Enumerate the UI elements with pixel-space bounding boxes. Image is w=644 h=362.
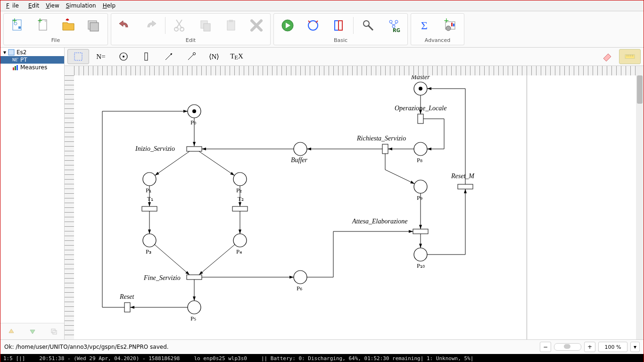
transition-T2[interactable] [232, 206, 248, 211]
svg-text:Richiesta_Servizio: Richiesta_Servizio [356, 135, 406, 142]
svg-text:P₆: P₆ [297, 285, 302, 292]
angle-tool[interactable]: ⟨N⟩ [203, 49, 225, 64]
inhibitor-arc-tool[interactable] [181, 49, 202, 64]
cut-button[interactable] [167, 15, 193, 36]
undo-button[interactable] [112, 15, 138, 36]
analysis2-button[interactable] [326, 15, 351, 36]
svg-text:P₄: P₄ [236, 248, 242, 255]
place-P1[interactable] [143, 173, 156, 186]
svg-rect-2 [18, 26, 21, 29]
sidebar-toolbar [0, 323, 64, 339]
transition-Fine_Servizio[interactable] [187, 275, 202, 280]
advanced-tool-button[interactable]: + [438, 15, 463, 36]
ruler-corner [65, 66, 74, 76]
tool-wrench-button[interactable] [355, 15, 381, 36]
place-P8[interactable] [414, 142, 427, 156]
statusbar: Ok: /home/user/UNITO/anno3/vpc/gspn/Es2.… [0, 339, 644, 354]
transition-Reset_M[interactable] [458, 184, 473, 189]
menu-edit[interactable]: Edit [25, 1, 42, 10]
tree-net[interactable]: NET PT [0, 56, 64, 64]
svg-rect-13 [229, 20, 233, 22]
project-tree[interactable]: ▾ Es2 NET PT Measures [0, 48, 64, 323]
transition-Richiesta_Servizio[interactable] [382, 144, 388, 154]
new-page-button[interactable]: + [30, 15, 56, 36]
svg-line-51 [199, 245, 235, 275]
svg-point-20 [395, 20, 398, 23]
transition-Operazione_Locale[interactable] [418, 114, 423, 123]
zoom-dropdown[interactable]: ▾ [630, 342, 640, 352]
svg-rect-11 [204, 24, 210, 31]
save-all-button[interactable] [81, 15, 107, 36]
tree-measures[interactable]: Measures [0, 64, 64, 71]
os-clock: 20:51:38 - (Wed 29 Apr, 04.2020) - 15881… [39, 355, 180, 362]
place-P3[interactable] [143, 234, 156, 247]
svg-text:P₂: P₂ [236, 187, 242, 194]
svg-point-25 [446, 26, 451, 31]
tex-tool[interactable]: TEX [226, 49, 248, 64]
new-net-button[interactable]: + [5, 15, 30, 36]
paste-button[interactable] [218, 15, 244, 36]
duplicate-button[interactable] [47, 326, 60, 337]
status-message: Ok: /home/user/UNITO/anno3/vpc/gspn/Es2.… [4, 344, 169, 350]
horizontal-ruler[interactable] [74, 66, 636, 76]
place-P9[interactable] [414, 180, 427, 193]
place-P5[interactable] [188, 301, 201, 314]
net-icon: NET [12, 57, 18, 63]
place-P4[interactable] [233, 234, 247, 247]
svg-rect-27 [451, 23, 453, 26]
delete-button[interactable] [244, 15, 269, 36]
zoom-out-button[interactable]: − [540, 342, 551, 352]
place-Buffer[interactable] [294, 142, 307, 156]
transition-Attesa_Elaborazione[interactable] [413, 229, 428, 234]
play-button[interactable] [275, 15, 300, 36]
menu-view[interactable]: View [43, 1, 62, 10]
open-button[interactable] [56, 15, 81, 36]
menu-simulation[interactable]: Simulation [63, 1, 99, 10]
svg-line-44 [155, 151, 190, 175]
svg-line-45 [199, 151, 234, 175]
place-tool[interactable] [113, 49, 134, 64]
svg-point-39 [123, 56, 124, 58]
svg-text:P₃: P₃ [146, 248, 151, 255]
collapse-icon[interactable]: ▾ [3, 49, 6, 56]
move-down-button[interactable] [26, 326, 39, 337]
canvas[interactable]: Inizio_ServizioT₁T₂Fine_ServizioResetOpe… [74, 75, 636, 339]
tree-root-label: Es2 [17, 49, 26, 56]
tree-root[interactable]: ▾ Es2 [0, 49, 64, 56]
zoom-slider[interactable] [554, 343, 581, 351]
rg-button[interactable]: RG [381, 15, 406, 36]
toolgroup-basic-label: Basic [334, 37, 347, 45]
svg-point-19 [389, 20, 392, 23]
transition-Inizio_Servizio[interactable] [187, 147, 202, 151]
svg-text:Reset_M: Reset_M [451, 173, 475, 180]
move-up-button[interactable] [5, 326, 18, 337]
zoom-in-button[interactable]: + [584, 342, 595, 352]
copy-button[interactable] [193, 15, 218, 36]
menu-file[interactable]: File [3, 1, 25, 10]
transition-T1[interactable] [142, 206, 157, 211]
redo-button[interactable] [138, 15, 163, 36]
transition-tool[interactable] [135, 49, 157, 64]
drawing-toolbar: N= ⟨N⟩ TEX [65, 48, 644, 66]
svg-text:+: + [444, 18, 449, 24]
transition-Reset[interactable] [124, 303, 130, 312]
svg-text:Attesa_Elaborazione: Attesa_Elaborazione [352, 218, 407, 225]
analysis1-button[interactable] [300, 15, 326, 36]
svg-rect-33 [15, 66, 16, 70]
arc-tool[interactable] [158, 49, 180, 64]
menu-help[interactable]: Help [100, 1, 118, 10]
ruler-toggle[interactable] [619, 49, 641, 64]
place-P10[interactable] [414, 248, 427, 261]
sigma-button[interactable]: Σ [412, 15, 438, 36]
select-tool[interactable] [67, 49, 89, 64]
vertical-scrollbar[interactable] [636, 75, 644, 339]
place-P2[interactable] [233, 173, 247, 186]
toolgroup-file-label: File [51, 37, 60, 45]
vertical-ruler[interactable] [65, 75, 74, 339]
place-P6[interactable] [294, 271, 307, 284]
svg-text:Inizio_Servizio: Inizio_Servizio [135, 145, 175, 152]
svg-text:Master: Master [411, 75, 430, 81]
eraser-tool[interactable] [596, 49, 618, 64]
variable-tool[interactable]: N= [90, 49, 112, 64]
petri-net-diagram[interactable]: Inizio_ServizioT₁T₂Fine_ServizioResetOpe… [74, 75, 527, 339]
